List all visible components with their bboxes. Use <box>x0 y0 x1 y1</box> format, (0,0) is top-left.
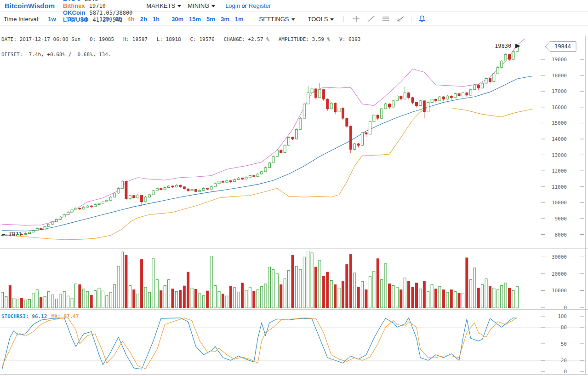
volume-bar <box>98 288 100 308</box>
volume-bar <box>450 290 452 308</box>
candle-body <box>32 231 34 232</box>
candle-body <box>202 188 205 190</box>
volume-axis-label: 10000 <box>552 288 567 294</box>
volume-bar <box>272 270 274 308</box>
candle-body <box>435 99 437 101</box>
volume-bar <box>400 290 402 308</box>
candle-body <box>291 138 294 139</box>
candle-body <box>396 96 398 101</box>
candle-body <box>191 190 193 191</box>
candle-body <box>133 196 135 198</box>
stochrsi-ma-value-label: MA: 97.47 <box>51 313 79 319</box>
candle-body <box>369 121 371 134</box>
volume-bar <box>261 286 263 308</box>
price-axis-label: 14000 <box>552 136 567 142</box>
volume-bar <box>24 300 27 308</box>
volume-bar <box>55 299 57 308</box>
volume-bar <box>175 291 177 308</box>
volume-bar <box>133 290 135 308</box>
candle-body <box>462 93 464 96</box>
volume-bar <box>102 291 104 308</box>
volume-bar <box>202 295 205 308</box>
price-axis-label: 8000 <box>555 232 567 238</box>
candle-body <box>497 67 499 74</box>
candle-body <box>51 222 54 224</box>
candle-body <box>415 102 417 105</box>
volume-bar <box>423 281 425 308</box>
candle-body <box>454 93 457 98</box>
volume-bar <box>195 289 197 308</box>
candle-body <box>63 214 65 217</box>
candle-body <box>431 99 433 103</box>
candle-body <box>261 172 263 174</box>
candle-body <box>241 178 244 179</box>
volume-bar <box>5 296 7 308</box>
candle-body <box>450 96 452 98</box>
candle-body <box>179 185 182 186</box>
volume-bar <box>71 299 73 308</box>
price-axis-label: 12000 <box>552 168 567 174</box>
volume-bar <box>114 285 116 308</box>
stoch-axis-label: 100 <box>558 313 567 319</box>
candle-body <box>117 188 120 193</box>
volume-bar <box>257 290 259 308</box>
stoch-axis-label: 0 <box>564 369 567 375</box>
volume-bar <box>404 278 406 308</box>
price-chart-canvas[interactable]: 1900018000170001600015000140001300012000… <box>0 0 588 376</box>
volume-bar <box>1 292 4 308</box>
candle-body <box>121 181 124 189</box>
candle-body <box>86 206 89 207</box>
candle-body <box>114 193 116 197</box>
volume-bar <box>245 290 247 308</box>
volume-bar <box>349 255 352 308</box>
volume-bar <box>191 288 193 308</box>
stochrsi-ma-line <box>2 318 517 369</box>
volume-bar <box>469 280 472 308</box>
volume-bar <box>365 290 367 308</box>
volume-bar <box>199 294 201 308</box>
volume-bar <box>501 285 503 308</box>
candle-body <box>144 197 147 202</box>
volume-bar <box>392 285 394 308</box>
candle-body <box>268 163 270 168</box>
candle-body <box>373 115 375 121</box>
candle-body <box>303 104 305 118</box>
candle-body <box>381 109 383 118</box>
candle-body <box>264 168 267 172</box>
volume-bar <box>171 289 174 308</box>
volume-bar <box>156 280 158 308</box>
candle-body <box>400 96 402 99</box>
candle-body <box>481 83 484 88</box>
volume-bar <box>40 297 42 308</box>
volume-bar <box>288 271 290 308</box>
bitcoinwisdom-app: BitcoinWisdom Bitstamp19499BTC-e2546Bitf… <box>0 0 588 376</box>
volume-bar <box>168 280 170 308</box>
volume-bar <box>121 252 124 308</box>
candle-body <box>67 212 69 214</box>
candle-body <box>307 93 309 104</box>
volume-bar <box>90 295 92 308</box>
candle-body <box>489 79 491 82</box>
volume-bar <box>439 286 441 308</box>
volume-bar <box>462 293 464 308</box>
candle-body <box>79 208 81 209</box>
candle-body <box>334 103 337 112</box>
candle-body <box>474 85 476 89</box>
candle-body <box>44 226 46 230</box>
volume-bar <box>354 273 356 308</box>
candle-body <box>28 232 30 233</box>
candle-body <box>253 176 255 177</box>
volume-bar <box>485 279 487 308</box>
volume-bar <box>381 280 383 308</box>
candle-body <box>148 195 150 197</box>
volume-bar <box>44 296 46 308</box>
volume-bar <box>384 264 387 308</box>
volume-bar <box>291 255 294 308</box>
candle-body <box>40 228 42 230</box>
volume-bar <box>144 287 147 308</box>
candle-body <box>361 133 364 145</box>
volume-bar <box>369 276 371 308</box>
candle-body <box>137 195 139 198</box>
candle-body <box>288 138 290 145</box>
volume-bar <box>206 291 209 308</box>
